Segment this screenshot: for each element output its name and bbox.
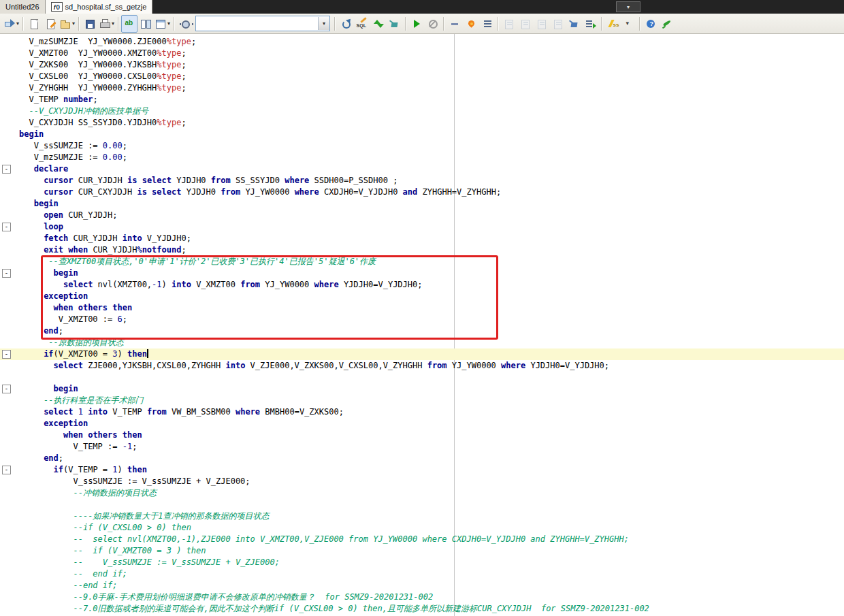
code-line[interactable]: --查XMZT00项目状态,'0'申请'1'计价'2'已收费'3'已执行'4'已… — [0, 256, 844, 268]
compile-icon[interactable] — [177, 15, 193, 33]
code-line[interactable]: end; — [0, 325, 844, 337]
code-line[interactable]: --9.0手麻-手术费用划价明细退费申请不会修改原单的冲销数量？ for SSM… — [0, 591, 844, 603]
code-line[interactable] — [0, 372, 844, 383]
toolbar-separator — [118, 17, 119, 31]
refresh-session-icon[interactable] — [338, 15, 354, 33]
session-combobox[interactable]: ▾ — [195, 16, 330, 31]
code-line[interactable]: V_CXYJDJH SS_SSYJD0.YJDJH0%type; — [0, 117, 844, 129]
toolbar-separator — [174, 17, 175, 31]
code-line[interactable]: fetch CUR_YJDJH into V_YJDJH0; — [0, 233, 844, 244]
open-file-icon[interactable]: ▾ — [59, 15, 76, 33]
break-icon[interactable] — [425, 15, 441, 33]
code-line[interactable]: -- select nvl(XMZT00,-1),ZJE000 into V_X… — [0, 534, 844, 545]
swap-arrows-icon[interactable] — [370, 15, 387, 33]
code-line[interactable]: --if (V_CXSL00 > 0) then — [0, 522, 844, 534]
code-line[interactable]: --V_CXYJDJH冲销的医技单据号 — [0, 106, 844, 117]
execute-icon[interactable] — [408, 15, 425, 33]
window-layout-icon[interactable]: ▾ — [154, 15, 172, 33]
code-line[interactable]: end; — [0, 453, 844, 464]
code-line[interactable]: exception — [0, 291, 844, 302]
code-line[interactable]: V_ZXKS00 YJ_YW0000.YJKSBH%type; — [0, 59, 844, 71]
script-list-icon[interactable] — [583, 15, 599, 33]
code-line[interactable]: open CUR_YJDJH; — [0, 210, 844, 221]
code-line[interactable]: exception — [0, 418, 844, 429]
stats-disabled-icon — [553, 18, 564, 29]
fold-collapse-icon[interactable]: - — [2, 385, 11, 393]
code-line[interactable]: V_mzSUMZJE YJ_YW0000.ZJE000%type; — [0, 36, 844, 48]
ab-toggle-icon[interactable] — [121, 15, 137, 33]
step-line-icon[interactable] — [447, 15, 463, 33]
code-line[interactable]: begin — [0, 129, 844, 140]
fold-collapse-icon[interactable]: - — [2, 350, 11, 359]
sql-window-icon[interactable] — [354, 15, 370, 33]
code-line[interactable]: V_TEMP number; — [0, 94, 844, 106]
new-program-icon[interactable] — [42, 15, 59, 33]
session-combo-input[interactable] — [196, 18, 318, 29]
split-columns-icon[interactable] — [137, 15, 154, 33]
comment-quill-icon[interactable] — [659, 15, 675, 33]
code-line[interactable]: --原数据的项目状态 — [0, 337, 844, 348]
code-line[interactable]: begin — [0, 198, 844, 210]
chevron-down-icon: ▾ — [112, 20, 114, 27]
gutter-cell — [0, 233, 19, 244]
code-line[interactable]: -- V_ssSUMZJE := V_ssSUMZJE + V_ZJE000; — [0, 557, 844, 568]
code-editor[interactable]: V_mzSUMZJE YJ_YW0000.ZJE000%type; V_XMZT… — [0, 34, 844, 616]
macro-icon[interactable] — [604, 15, 621, 33]
macro-dropdown-icon[interactable] — [621, 15, 637, 33]
output-list-icon[interactable] — [479, 15, 496, 33]
gutter-cell — [0, 94, 19, 106]
tab-list-dropdown[interactable]: ▾ — [616, 1, 640, 12]
code-line[interactable]: V_ssSUMZJE := 0.00; — [0, 140, 844, 152]
profiler-icon[interactable] — [463, 15, 479, 33]
nav-window-icon — [4, 18, 16, 29]
code-line[interactable]: --7.0旧数据或者别的渠道可能会有,因此不加这个判断if (V_CXSL00 … — [0, 603, 844, 615]
session-combo-dropdown[interactable]: ▾ — [318, 17, 329, 30]
nav-window-icon[interactable]: ▾ — [3, 15, 20, 33]
code-line[interactable]: -- if (V_XMZT00 = 3 ) then — [0, 545, 844, 557]
chevron-down-icon: ▾ — [627, 4, 630, 10]
code-line[interactable]: --冲销数据的项目状态 — [0, 487, 844, 499]
tab-untitled26[interactable]: Untitled26 — [0, 0, 46, 14]
gutter-cell — [0, 129, 19, 140]
toolbar-separator — [639, 17, 640, 31]
fold-collapse-icon[interactable]: - — [2, 223, 11, 231]
code-line[interactable]: V_TEMP := -1; — [0, 441, 844, 453]
code-line[interactable]: --执行科室是否在手术部门 — [0, 395, 844, 406]
code-line[interactable]: cursor CUR_CXYJDJH is select YJDJH0 from… — [0, 187, 844, 198]
profiler-icon — [466, 18, 477, 29]
code-line[interactable]: V_ZYHGHH YJ_YW0000.ZYHGHH%type; — [0, 82, 844, 94]
save-icon[interactable] — [82, 15, 98, 33]
fold-collapse-icon[interactable]: - — [2, 269, 11, 278]
code-line[interactable]: when others then — [0, 302, 844, 314]
code-line[interactable]: - begin — [0, 268, 844, 279]
print-icon[interactable]: ▾ — [98, 15, 116, 33]
code-line[interactable]: V_XMZT00 YJ_YW0000.XMZT00%type; — [0, 48, 844, 59]
code-line[interactable]: select ZJE000,YJKSBH,CXSL00,ZYHGHH into … — [0, 360, 844, 372]
code-line[interactable]: V_mzSUMZJE := 0.00; — [0, 152, 844, 163]
gutter-cell — [0, 279, 19, 291]
code-line[interactable]: V_CXSL00 YJ_YW0000.CXSL00%type; — [0, 71, 844, 82]
code-line[interactable]: exit when CUR_YJDJH%notfound; — [0, 244, 844, 256]
code-line[interactable]: -- end if; — [0, 568, 844, 580]
code-line[interactable]: ----如果冲销数量大于1查冲销的那条数据的项目状态 — [0, 510, 844, 522]
code-line[interactable]: cursor CUR_YJDJH is select YJDJH0 from S… — [0, 175, 844, 187]
new-file-icon[interactable] — [26, 15, 42, 33]
code-line[interactable]: - if(V_XMZT00 = 3) then — [0, 348, 844, 360]
code-line[interactable]: select nvl(XMZT00,-1) into V_XMZT00 from… — [0, 279, 844, 291]
code-line[interactable] — [0, 499, 844, 510]
code-line[interactable]: V_ssSUMZJE := V_ssSUMZJE + V_ZJE000; — [0, 476, 844, 487]
beautify-icon[interactable] — [387, 15, 403, 33]
tab-sd-hospital-sf-ss-getzje[interactable]: ƒ() sd_hospital.sf_ss_getzje — [46, 0, 153, 14]
code-line[interactable]: - loop — [0, 221, 844, 233]
code-line[interactable]: --end if; — [0, 580, 844, 591]
code-line[interactable]: select 1 into V_TEMP from VW_BM_SSBM00 w… — [0, 406, 844, 418]
code-line[interactable]: - declare — [0, 163, 844, 175]
code-line[interactable]: - begin — [0, 383, 844, 395]
code-line[interactable]: V_XMZT00 := 6; — [0, 314, 844, 325]
fold-collapse-icon[interactable]: - — [2, 466, 11, 474]
code-line[interactable]: - if(V_TEMP = 1) then — [0, 464, 844, 476]
help-icon[interactable] — [643, 15, 659, 33]
fold-collapse-icon[interactable]: - — [2, 165, 11, 174]
beautifier-icon[interactable] — [566, 15, 583, 33]
code-line[interactable]: when others then — [0, 429, 844, 441]
